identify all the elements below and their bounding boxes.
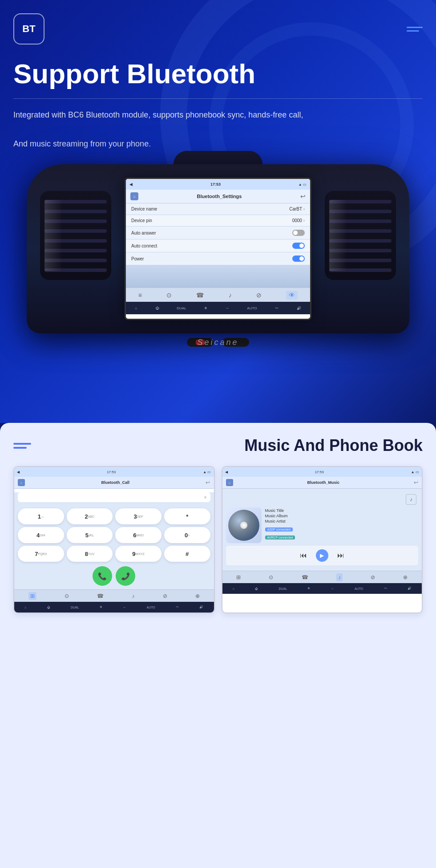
dial-search-bar[interactable]: × [18, 492, 210, 502]
music-next-btn[interactable]: ⏭ [337, 552, 344, 560]
auto-connect-row[interactable]: Auto connect [126, 239, 310, 252]
phone-sys-auto: AUTO [146, 606, 155, 609]
dial-8[interactable]: 8TUV [67, 546, 113, 562]
lower-section: Music And Phone Book ◀ 17:53 ▲ ▭ ⌂ Bluet… [0, 423, 436, 868]
music-screen: ◀ 17:53 ▲ ▭ ⌂ Bluetooth_Music ↩ ♪ [222, 466, 423, 613]
nav-icon-link[interactable]: ⊘ [256, 292, 262, 299]
phone-content: × 1— 2ABC 3DEF * 4GHI 5JKL 6MNO 0+ 7PQRS… [14, 492, 214, 589]
call-button-end[interactable]: 📞 [116, 566, 135, 586]
music-nav-note[interactable]: ♪ [336, 573, 343, 581]
sys-home[interactable]: ⌂ [135, 306, 137, 310]
phone-nav-phone[interactable]: ☎ [97, 593, 104, 599]
phone-sys-wave: 〜 [176, 605, 179, 609]
auto-answer-row[interactable]: Auto answer [126, 227, 310, 239]
phone-nav-bar: ⌂ Bluetooth_Call ↩ [14, 477, 214, 489]
nav-icon-phone[interactable]: ☎ [196, 292, 204, 299]
auto-connect-label: Auto connect [131, 243, 157, 248]
dial-4[interactable]: 4GHI [18, 527, 64, 543]
nav-icon-music[interactable]: ♪ [229, 292, 232, 299]
sys-dual: DUAL [177, 306, 186, 310]
phone-sys-flake: ❄ [100, 605, 102, 609]
music-time: 17:53 [315, 470, 324, 474]
music-info: Music Title Music Album Music Artist A2D… [265, 507, 419, 543]
music-prev-btn[interactable]: ⏮ [300, 552, 307, 560]
dial-0[interactable]: 0+ [164, 527, 210, 543]
phone-bottom-nav: ⊞ ⊙ ☎ ♪ ⊘ ⊕ [14, 589, 214, 602]
lower-header: Music And Phone Book [13, 436, 423, 455]
sys-power[interactable]: ⏻ [155, 306, 159, 310]
car-brand: Seicane [13, 338, 423, 347]
phone-sys-power: ⏻ [47, 606, 50, 609]
dial-hash[interactable]: # [164, 546, 210, 562]
auto-answer-toggle[interactable] [292, 230, 305, 236]
music-nav-link[interactable]: ⊘ [371, 574, 375, 580]
phone-nav-music[interactable]: ♪ [132, 593, 134, 599]
power-row[interactable]: Power [126, 252, 310, 265]
music-home-btn[interactable]: ⌂ [226, 479, 233, 486]
auto-connect-toggle[interactable] [292, 243, 305, 249]
badge-avrcp: AVRCP connected [265, 535, 295, 539]
power-toggle[interactable] [292, 256, 305, 262]
dial-2[interactable]: 2ABC [67, 508, 113, 524]
phone-nav-grid[interactable]: ⊞ [28, 592, 36, 600]
nav-icon-person[interactable]: ⊙ [166, 292, 172, 299]
music-album: Music Album [265, 514, 419, 518]
dial-search-clear[interactable]: × [204, 495, 207, 500]
screen-bottom-nav: ≡ ⊙ ☎ ♪ ⊘ 👁 [126, 288, 310, 302]
device-pin-chevron: › [303, 218, 305, 223]
phone-home-btn[interactable]: ⌂ [18, 479, 25, 486]
music-back-arrow: ◀ [225, 470, 228, 474]
hero-desc-line1: Integrated with BC6 Bluetooth module, su… [13, 110, 303, 119]
music-sys-arrows: ↔ [331, 587, 334, 590]
hero-desc-line2: And music streaming from your phone. [13, 139, 151, 148]
dial-9[interactable]: 9WXYZ [115, 546, 161, 562]
nav-icon-menu[interactable]: ≡ [138, 292, 142, 299]
music-sys-spk: 🔊 [408, 587, 412, 590]
phone-sys-home[interactable]: ⌂ [24, 606, 26, 609]
music-nav-target[interactable]: ⊕ [403, 574, 408, 580]
phone-sys-arrows: ↔ [123, 606, 126, 609]
music-sys-power: ⏻ [255, 587, 258, 590]
music-nav-person[interactable]: ⊙ [269, 574, 273, 580]
phone-nav-target[interactable]: ⊕ [195, 593, 200, 599]
music-note-btn[interactable]: ♪ [406, 494, 416, 505]
car-bottom: Seicane [13, 338, 423, 347]
music-back-btn[interactable]: ↩ [414, 479, 418, 486]
music-page-title: Bluetooth_Music [307, 480, 339, 485]
hamburger-menu[interactable] [407, 27, 423, 32]
sys-snowflake: ❄ [204, 306, 207, 310]
dial-1[interactable]: 1— [18, 508, 64, 524]
screen-home-btn[interactable]: ⌂ [130, 192, 138, 200]
device-pin-row[interactable]: Device pin 0000 › [126, 215, 310, 227]
nav-icon-eye[interactable]: 👁 [286, 291, 298, 300]
music-sys-home[interactable]: ⌂ [233, 587, 234, 590]
music-play-btn[interactable]: ▶ [316, 549, 328, 562]
music-player-area: Music Title Music Album Music Artist A2D… [226, 507, 419, 543]
phone-nav-person[interactable]: ⊙ [65, 593, 69, 599]
album-disc [228, 510, 259, 541]
music-nav-phone[interactable]: ☎ [302, 574, 308, 580]
phone-time: 17:53 [107, 470, 116, 474]
lower-hamburger-menu[interactable] [13, 443, 31, 449]
device-name-value: CarBT [289, 207, 302, 211]
dial-3[interactable]: 3DEF [115, 508, 161, 524]
music-content: ♪ Music Title Music Album Music Artist A… [222, 489, 422, 571]
car-screen: ◀ 17:53 ▲ ▭ ⌂ Bluetooth_Settings ↩ Devic… [125, 178, 311, 320]
dial-7[interactable]: 7PQRS [18, 546, 64, 562]
call-button-green[interactable]: 📞 [93, 566, 112, 586]
device-name-row[interactable]: Device name CarBT › [126, 203, 310, 215]
music-nav-grid[interactable]: ⊞ [236, 574, 241, 580]
screen-back-btn[interactable]: ↩ [300, 193, 306, 200]
screen-content: Device name CarBT › Device pin 0000 › [126, 203, 310, 288]
music-note-area: ♪ [226, 492, 419, 505]
device-name-value-group: CarBT › [289, 207, 305, 211]
dial-star[interactable]: * [164, 508, 210, 524]
phone-status-icons: ▲ ▭ [203, 470, 211, 474]
music-title: Music Title [265, 508, 419, 513]
phone-back-btn[interactable]: ↩ [206, 479, 210, 486]
dial-5[interactable]: 5JKL [67, 527, 113, 543]
screen-time: 17:53 [210, 182, 221, 187]
sys-auto: AUTO [247, 306, 257, 310]
phone-nav-link[interactable]: ⊘ [163, 593, 167, 599]
dial-6[interactable]: 6MNO [115, 527, 161, 543]
